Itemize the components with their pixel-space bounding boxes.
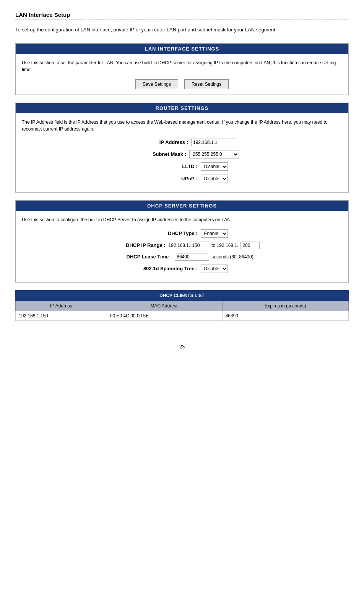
col-header-expires: Expires in (seconds) (222, 301, 348, 311)
dhcp-lease-time-suffix: seconds (60..86400) (211, 254, 253, 260)
dhcp-ip-range-label: DHCP IP Range : (104, 242, 166, 248)
client-expires: 86390 (222, 311, 348, 320)
page-title: LAN Interface Setup (15, 11, 349, 18)
col-header-mac: MAC Address (107, 301, 222, 311)
save-settings-button[interactable]: Save Settings (135, 79, 178, 89)
page-description: To set up the configuration of LAN inter… (15, 26, 349, 34)
subnet-mask-label: Subnet Mask : (125, 151, 186, 157)
dhcp-ip-to-text: to 192.168.1. (211, 243, 238, 248)
page-divider (15, 20, 349, 20)
dhcp-server-settings-section: DHCP SERVER SETTINGS Use this section to… (15, 200, 349, 283)
dhcp-server-settings-desc: Use this section to configure the built-… (22, 216, 342, 223)
dhcp-server-settings-header: DHCP SERVER SETTINGS (16, 201, 348, 211)
ip-address-label: IP Address : (127, 139, 188, 145)
dhcp-ip-start-input[interactable] (190, 242, 209, 249)
router-settings-body: The IP Address field is the IP Address t… (16, 113, 348, 192)
lltd-row: LLTD : Disable Enable (22, 162, 342, 171)
ip-address-row: IP Address : (22, 139, 342, 146)
dhcp-lease-time-label: DHCP Lease Time : (110, 254, 172, 260)
upnp-select[interactable]: Disable Enable (201, 175, 228, 183)
router-settings-header: ROUTER SETTINGS (16, 103, 348, 113)
spanning-tree-select[interactable]: Disable Enable (201, 265, 228, 273)
lan-interface-settings-desc: Use this section to set the parameter fo… (22, 59, 342, 73)
table-row: 192.168.1.15000:E0:4C:00:00:5E86390 (16, 311, 349, 320)
subnet-mask-select[interactable]: 255.255.255.0 255.255.0.0 255.0.0.0 (189, 150, 239, 158)
lan-interface-settings-body: Use this section to set the parameter fo… (16, 54, 348, 95)
dhcp-clients-table: DHCP CLIENTS LIST IP Address MAC Address… (15, 290, 349, 321)
lltd-select[interactable]: Disable Enable (201, 162, 228, 171)
page-number: 23 (15, 344, 349, 350)
client-mac: 00:E0:4C:00:00:5E (107, 311, 222, 320)
dhcp-ip-range-row: DHCP IP Range : 192.168.1. to 192.168.1. (22, 242, 342, 249)
dhcp-lease-time-row: DHCP Lease Time : seconds (60..86400) (22, 253, 342, 261)
router-settings-desc: The IP Address field is the IP Address t… (22, 119, 342, 132)
dhcp-type-select[interactable]: Enable Disable (201, 229, 228, 238)
lan-interface-settings-header: LAN INTERFACE SETTINGS (16, 44, 348, 54)
lan-interface-settings-section: LAN INTERFACE SETTINGS Use this section … (15, 43, 349, 95)
upnp-row: UPnP : Disable Enable (22, 175, 342, 183)
dhcp-ip-end-input[interactable] (240, 242, 260, 249)
reset-settings-button[interactable]: Reset Settings (184, 79, 229, 89)
dhcp-type-label: DHCP Type : (136, 230, 198, 236)
dhcp-server-settings-body: Use this section to configure the built-… (16, 211, 348, 282)
lan-interface-button-row: Save Settings Reset Settings (22, 79, 342, 89)
lltd-label: LLTD : (136, 163, 198, 169)
dhcp-clients-list-header: DHCP CLIENTS LIST (16, 290, 349, 301)
spanning-tree-row: 802.1d Spanning Tree : Disable Enable (22, 265, 342, 273)
dhcp-lease-time-input[interactable] (175, 253, 209, 261)
dhcp-clients-list-section: DHCP CLIENTS LIST IP Address MAC Address… (15, 290, 349, 321)
subnet-mask-row: Subnet Mask : 255.255.255.0 255.255.0.0 … (22, 150, 342, 158)
dhcp-type-row: DHCP Type : Enable Disable (22, 229, 342, 238)
ip-address-input[interactable] (191, 139, 237, 146)
col-header-ip: IP Address (16, 301, 107, 311)
router-settings-section: ROUTER SETTINGS The IP Address field is … (15, 103, 349, 193)
upnp-label: UPnP : (136, 176, 198, 181)
client-ip: 192.168.1.150 (16, 311, 107, 320)
spanning-tree-label: 802.1d Spanning Tree : (136, 266, 198, 271)
dhcp-ip-prefix-start: 192.168.1. (169, 243, 190, 248)
